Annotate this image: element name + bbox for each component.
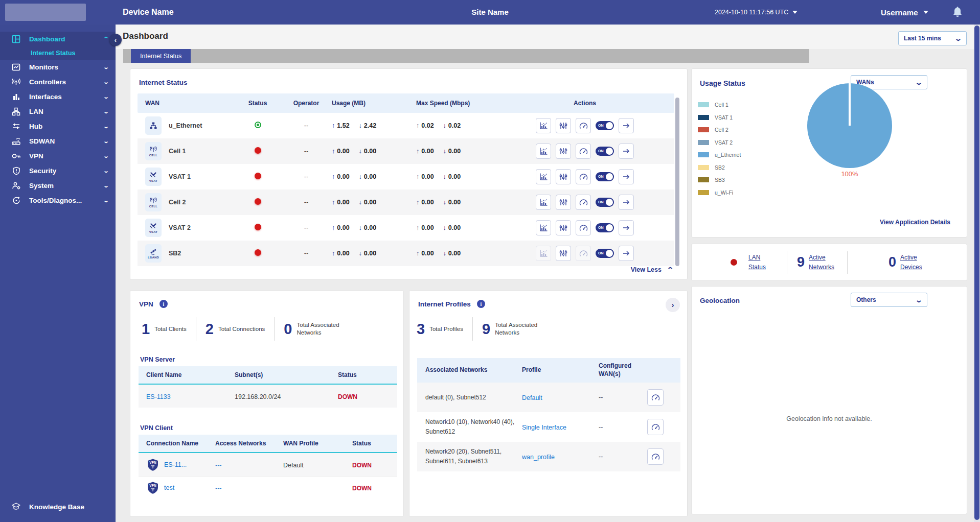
sidebar-item-knowledge-base[interactable]: Knowledge Base xyxy=(0,499,116,515)
geolocation-filter-select[interactable]: Others ⌄ xyxy=(851,293,927,307)
configure-sliders-button[interactable] xyxy=(556,220,571,235)
status-badge: DOWN xyxy=(338,393,357,400)
user-menu[interactable]: Username xyxy=(881,0,928,25)
configure-sliders-button[interactable] xyxy=(556,246,571,261)
speedtest-button[interactable] xyxy=(647,419,664,435)
sidebar-item-dashboard[interactable]: Dashboard⌃ xyxy=(0,32,116,46)
connection-name-link[interactable]: ES-11... xyxy=(164,461,187,468)
info-icon[interactable]: i xyxy=(159,300,168,308)
summary-link[interactable]: ActiveDevices xyxy=(900,253,935,272)
configure-sliders-button[interactable] xyxy=(556,118,571,133)
configure-sliders-button[interactable] xyxy=(556,144,571,159)
statistics-chart-button[interactable] xyxy=(536,220,551,235)
info-icon[interactable]: i xyxy=(477,300,485,308)
speedtest-button[interactable] xyxy=(576,220,591,235)
column-header: WAN xyxy=(138,100,235,107)
knowledge-base-icon xyxy=(11,502,21,512)
sidebar-item-label: Security xyxy=(29,167,104,175)
speedtest-button[interactable] xyxy=(576,144,591,159)
profile-link[interactable]: Default xyxy=(522,394,542,401)
wan-enable-toggle[interactable]: ON xyxy=(596,172,614,181)
statistics-chart-button[interactable] xyxy=(536,118,551,133)
speedtest-button[interactable] xyxy=(576,118,591,133)
configure-sliders-button[interactable] xyxy=(556,195,571,210)
statistics-chart-button[interactable] xyxy=(536,246,551,261)
download-arrow-icon: ↓ xyxy=(359,122,362,129)
sidebar-item-lan[interactable]: LAN⌄ xyxy=(0,104,116,119)
legend-swatch xyxy=(698,177,709,182)
operator-value: -- xyxy=(281,122,332,129)
divider xyxy=(472,317,473,341)
connection-name-link[interactable]: test xyxy=(164,484,174,491)
sidebar-collapse-button[interactable]: ‹ xyxy=(109,34,122,46)
operator-value: -- xyxy=(281,173,332,180)
wan-enable-toggle[interactable]: ON xyxy=(596,223,614,232)
speedtest-button[interactable] xyxy=(576,246,591,261)
summary-link[interactable]: LANStatus xyxy=(748,253,783,272)
expand-panel-button[interactable]: › xyxy=(666,298,680,312)
timestamp-dropdown[interactable]: 2024-10-10 11:17:56 UTC xyxy=(715,0,797,25)
chevron-up-icon: ⌃ xyxy=(667,266,674,273)
view-application-details-link[interactable]: View Application Details xyxy=(880,219,950,226)
sidebar-item-tools-diagnos-[interactable]: Tools/Diagnos...⌄ xyxy=(0,193,116,208)
upload-arrow-icon: ↑ xyxy=(332,250,335,257)
wan-enable-toggle[interactable]: ON xyxy=(596,249,614,258)
profile-link[interactable]: wan_profile xyxy=(522,454,555,461)
page-title: Dashboard xyxy=(123,31,168,41)
configure-sliders-button[interactable] xyxy=(556,169,571,184)
sidebar-item-label: Dashboard xyxy=(29,35,104,43)
sidebar-item-label: Tools/Diagnos... xyxy=(29,197,104,204)
details-arrow-button[interactable] xyxy=(619,144,634,159)
upload-arrow-icon: ↑ xyxy=(332,122,335,129)
statistics-chart-button[interactable] xyxy=(536,144,551,159)
sidebar-item-vpn[interactable]: VPN⌄ xyxy=(0,149,116,163)
client-name-link[interactable]: ES-1133 xyxy=(146,393,171,400)
summary-count: 0 xyxy=(888,254,896,270)
legend-swatch xyxy=(698,140,709,145)
wan-enable-toggle[interactable]: ON xyxy=(596,121,614,130)
speedtest-button[interactable] xyxy=(647,389,664,406)
max-speed-values: ↑0.00↓0.00 xyxy=(416,250,500,257)
speedtest-button[interactable] xyxy=(576,195,591,210)
internet-status-panel: Internet Status WANStatusOperatorUsage (… xyxy=(130,68,688,280)
download-arrow-icon: ↓ xyxy=(443,148,446,155)
sidebar-item-system[interactable]: System⌄ xyxy=(0,178,116,193)
vpn-stat: 0Total Associated Networks xyxy=(284,321,353,338)
wan-enable-toggle[interactable]: ON xyxy=(596,147,614,156)
download-arrow-icon: ↓ xyxy=(443,250,446,257)
sidebar-item-monitors[interactable]: Monitors⌄ xyxy=(0,60,116,75)
upload-arrow-icon: ↑ xyxy=(332,173,335,180)
sidebar-item-hub[interactable]: Hub⌄ xyxy=(0,119,116,134)
table-scrollbar[interactable] xyxy=(675,98,679,266)
sidebar-item-interfaces[interactable]: Interfaces⌄ xyxy=(0,89,116,104)
sidebar-item-internet-status[interactable]: Internet Status xyxy=(0,46,116,60)
chevron-up-icon: ⌃ xyxy=(103,36,109,42)
speedtest-button[interactable] xyxy=(647,448,664,465)
profile-link[interactable]: Single Interface xyxy=(522,424,566,431)
statistics-chart-button[interactable] xyxy=(536,169,551,184)
speedtest-button[interactable] xyxy=(576,169,591,184)
status-up-icon xyxy=(255,122,261,128)
notification-bell-icon[interactable] xyxy=(952,6,963,20)
statistics-chart-button[interactable] xyxy=(536,195,551,210)
geolocation-panel: Geolocation Others ⌄ Geolocation info no… xyxy=(691,286,967,514)
sidebar-item-sdwan[interactable]: SDWAN⌄ xyxy=(0,134,116,149)
page-scrollbar[interactable] xyxy=(974,25,980,522)
tab-internet-status[interactable]: Internet Status xyxy=(131,49,191,63)
details-arrow-button[interactable] xyxy=(619,246,634,261)
details-arrow-button[interactable] xyxy=(619,169,634,184)
chevron-down-icon: ⌄ xyxy=(103,138,109,145)
details-arrow-button[interactable] xyxy=(619,195,634,210)
time-range-select[interactable]: Last 15 mins ⌄ xyxy=(898,31,967,45)
details-arrow-button[interactable] xyxy=(619,118,634,133)
legend-swatch xyxy=(698,165,709,170)
summary-link[interactable]: ActiveNetworks xyxy=(809,253,844,272)
status-badge: DOWN xyxy=(352,485,372,492)
sidebar-item-security[interactable]: Security⌄ xyxy=(0,163,116,178)
wan-enable-toggle[interactable]: ON xyxy=(596,198,614,207)
upload-arrow-icon: ↑ xyxy=(416,122,419,129)
sidebar-item-controllers[interactable]: Controllers⌄ xyxy=(0,75,116,89)
access-networks-value: --- xyxy=(215,462,222,469)
view-less-button[interactable]: View Less ⌃ xyxy=(631,266,673,273)
details-arrow-button[interactable] xyxy=(619,220,634,235)
